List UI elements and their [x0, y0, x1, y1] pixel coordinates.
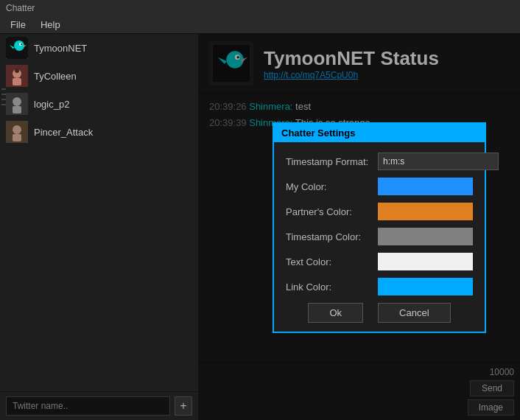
- setting-row-linkcolor: Link Color:: [286, 278, 473, 295]
- svg-point-10: [15, 69, 19, 73]
- title-bar: Chatter: [0, 0, 520, 16]
- label-timestampcolor: Timestamp Color:: [286, 231, 378, 242]
- linkcolor-swatch[interactable]: [378, 278, 473, 295]
- setting-row-timestampcolor: Timestamp Color:: [286, 228, 473, 245]
- setting-row-textcolor: Text Color:: [286, 253, 473, 270]
- menu-file[interactable]: File: [3, 18, 33, 32]
- username-logic: logic_p2: [34, 99, 69, 110]
- label-partnercolor: Partner's Color:: [286, 206, 378, 217]
- setting-row-partnercolor: Partner's Color:: [286, 203, 473, 220]
- sidebar: TymoonNET TyColleen logic: [0, 34, 199, 420]
- app-title: Chatter: [6, 3, 35, 13]
- menu-help[interactable]: Help: [33, 18, 68, 32]
- scroll-indicators: [1, 88, 6, 105]
- username-tycolleen: TyColleen: [34, 71, 77, 82]
- svg-rect-16: [13, 134, 21, 141]
- dialog-ok-button[interactable]: Ok: [308, 303, 363, 323]
- sidebar-item-tymoonnet[interactable]: TymoonNET: [0, 34, 198, 62]
- label-mycolor: My Color:: [286, 181, 378, 192]
- settings-dialog: Chatter Settings Timestamp Format: My Co…: [273, 122, 486, 333]
- username-pincer: Pincer_Attack: [34, 127, 93, 138]
- dialog-buttons: Ok Cancel: [286, 303, 473, 323]
- partnercolor-swatch[interactable]: [378, 203, 473, 220]
- svg-rect-13: [13, 106, 21, 113]
- menu-bar: File Help: [0, 16, 520, 34]
- svg-rect-9: [13, 78, 21, 85]
- timestamp-format-input[interactable]: [378, 153, 499, 170]
- dialog-cancel-button[interactable]: Cancel: [378, 303, 450, 323]
- dialog-body: Timestamp Format: My Color: Partner's Co…: [274, 142, 485, 332]
- avatar-pincer: [6, 121, 28, 143]
- dialog-title: Chatter Settings: [274, 124, 485, 142]
- sidebar-item-pincer[interactable]: Pincer_Attack: [0, 118, 198, 146]
- avatar-tycolleen: [6, 65, 28, 87]
- sidebar-item-logic[interactable]: logic_p2: [0, 90, 198, 118]
- right-panel: TymoonNET Status http://t.co/mq7A5CpU0h …: [199, 34, 520, 420]
- mycolor-swatch[interactable]: [378, 178, 473, 195]
- label-textcolor: Text Color:: [286, 256, 378, 267]
- avatar-tymoonnet: [6, 37, 28, 59]
- setting-row-timestamp: Timestamp Format:: [286, 153, 473, 170]
- svg-point-12: [13, 97, 21, 106]
- sidebar-bottom: +: [0, 391, 198, 420]
- setting-row-mycolor: My Color:: [286, 178, 473, 195]
- svg-point-4: [21, 43, 22, 45]
- sidebar-item-tycolleen[interactable]: TyColleen: [0, 62, 198, 90]
- svg-point-15: [13, 125, 21, 134]
- main-layout: TymoonNET TyColleen logic: [0, 34, 520, 420]
- label-linkcolor: Link Color:: [286, 281, 378, 293]
- timestampcolor-swatch[interactable]: [378, 228, 473, 245]
- twitter-input[interactable]: [6, 396, 170, 416]
- avatar-logic: [6, 93, 28, 115]
- add-user-button[interactable]: +: [175, 396, 192, 416]
- username-tymoonnet: TymoonNET: [34, 43, 87, 54]
- label-timestamp: Timestamp Format:: [286, 156, 378, 167]
- textcolor-swatch[interactable]: [378, 253, 473, 270]
